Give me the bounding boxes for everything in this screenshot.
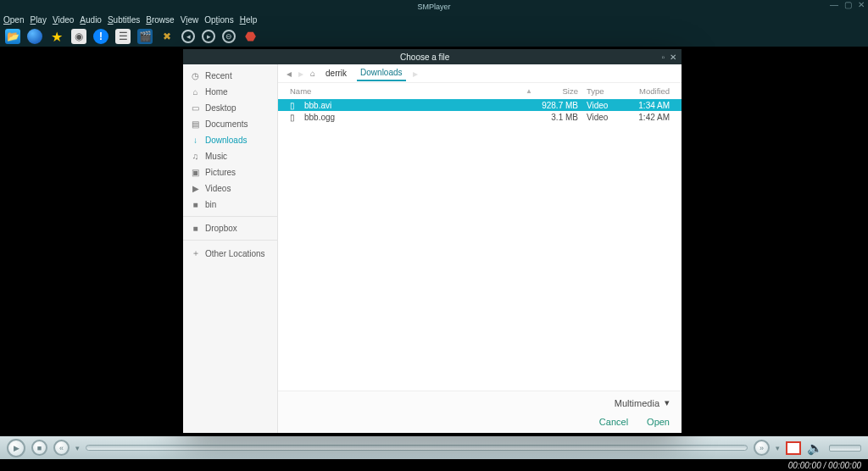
preferences-icon[interactable]: ✖ xyxy=(159,29,175,44)
menu-help[interactable]: Help xyxy=(240,15,258,25)
menu-options[interactable]: Options xyxy=(204,15,233,25)
other locations-icon: ＋ xyxy=(191,247,200,259)
crumb-current[interactable]: Downloads xyxy=(357,65,405,81)
file-list: Name Size Type Modified ▯bbb.avi928.7 MB… xyxy=(278,83,682,391)
toolbar: 📂 ★ ◉ ! ☰ 🎬 ✖ ◂ ▸ ⊖ ⬣ xyxy=(0,26,868,47)
close-icon[interactable]: ✕ xyxy=(858,0,865,9)
menu-bar: Open Play Video Audio Subtitles Browse V… xyxy=(0,14,868,26)
favorites-icon[interactable]: ★ xyxy=(49,29,64,44)
pictures-icon: ▣ xyxy=(191,168,200,177)
desktop-icon: ▭ xyxy=(191,103,200,113)
status-bar: 00:00:00 / 00:00:00 xyxy=(0,459,868,471)
menu-browse[interactable]: Browse xyxy=(146,15,174,25)
menu-open[interactable]: Open xyxy=(3,15,24,25)
sidebar-item-downloads[interactable]: ↓Downloads xyxy=(183,132,277,148)
file-row[interactable]: ▯bbb.avi928.7 MBVideo1:34 AM xyxy=(278,99,682,111)
col-modified[interactable]: Modified xyxy=(626,86,670,96)
videos-icon: ▶ xyxy=(191,184,200,193)
seek-bar[interactable] xyxy=(86,445,748,451)
open-url-icon[interactable] xyxy=(27,29,42,44)
next-track-icon[interactable]: ▸ xyxy=(202,30,215,43)
ab-repeat-icon[interactable]: ⊖ xyxy=(222,30,236,43)
cancel-button[interactable]: Cancel xyxy=(599,417,628,427)
dialog-close-icon[interactable]: ✕ xyxy=(670,53,676,62)
open-file-icon[interactable]: 📂 xyxy=(5,29,20,44)
home-icon: ⌂ xyxy=(191,87,200,97)
volume-bar[interactable] xyxy=(829,445,861,452)
breadcrumb: ◂ ▸ ⌂ derrik Downloads ▸ xyxy=(278,64,682,83)
music-icon: ♫ xyxy=(191,152,200,161)
nav-back-icon[interactable]: ◂ xyxy=(287,68,292,80)
sidebar-item-bin[interactable]: ■bin xyxy=(183,197,277,213)
menu-play[interactable]: Play xyxy=(30,15,46,25)
file-dialog: Choose a file ▫ ✕ ◷Recent⌂Home▭Desktop▤D… xyxy=(183,49,682,433)
window-title: SMPlayer xyxy=(417,3,450,11)
sidebar-item-music[interactable]: ♫Music xyxy=(183,148,277,164)
sidebar-item-other-locations[interactable]: ＋Other Locations xyxy=(183,244,277,263)
file-icon: ▯ xyxy=(290,101,301,110)
col-size[interactable]: Size xyxy=(532,86,578,96)
file-type-filter[interactable]: Multimedia▾ xyxy=(615,397,670,408)
file-row[interactable]: ▯bbb.ogg3.1 MBVideo1:42 AM xyxy=(278,111,682,123)
crumb-more-icon[interactable]: ▸ xyxy=(413,68,418,80)
recent-icon: ◷ xyxy=(191,71,200,80)
minimize-icon[interactable]: — xyxy=(830,0,838,9)
compact-icon[interactable]: ☰ xyxy=(115,29,131,44)
time-display: 00:00:00 / 00:00:00 xyxy=(788,461,861,470)
menu-video[interactable]: Video xyxy=(53,15,74,25)
player-controls: ▶ ■ « ▾ » ▾ 🔈 xyxy=(0,436,868,459)
documents-icon: ▤ xyxy=(191,119,200,129)
mute-button[interactable]: 🔈 xyxy=(807,441,823,456)
sidebar-item-home[interactable]: ⌂Home xyxy=(183,84,277,100)
dialog-sidebar: ◷Recent⌂Home▭Desktop▤Documents↓Downloads… xyxy=(183,64,278,433)
menu-audio[interactable]: Audio xyxy=(80,15,102,25)
menu-subtitles[interactable]: Subtitles xyxy=(108,15,140,25)
info-icon[interactable]: ! xyxy=(93,29,108,44)
file-icon: ▯ xyxy=(290,113,301,122)
nav-fwd-icon[interactable]: ▸ xyxy=(298,68,303,80)
menu-view[interactable]: View xyxy=(181,15,199,25)
playlist-icon[interactable]: 🎬 xyxy=(137,29,153,44)
dialog-maximize-icon[interactable]: ▫ xyxy=(661,53,665,62)
maximize-icon[interactable]: ▢ xyxy=(844,0,852,9)
video-area: Choose a file ▫ ✕ ◷Recent⌂Home▭Desktop▤D… xyxy=(0,47,868,436)
bin-icon: ■ xyxy=(191,200,200,209)
rewind-more-icon[interactable]: ▾ xyxy=(75,444,80,452)
screenshot-icon[interactable]: ◉ xyxy=(71,29,86,44)
open-button[interactable]: Open xyxy=(647,417,670,427)
youtube-icon[interactable]: ⬣ xyxy=(242,29,258,44)
sidebar-item-documents[interactable]: ▤Documents xyxy=(183,116,277,132)
crumb-user[interactable]: derrik xyxy=(322,66,350,80)
sidebar-item-videos[interactable]: ▶Videos xyxy=(183,180,277,197)
col-name[interactable]: Name xyxy=(290,86,532,96)
prev-track-icon[interactable]: ◂ xyxy=(181,30,195,43)
rewind-button[interactable]: « xyxy=(53,440,70,456)
fullscreen-button[interactable] xyxy=(786,441,801,455)
sidebar-item-desktop[interactable]: ▭Desktop xyxy=(183,100,277,116)
forward-button[interactable]: » xyxy=(754,440,770,456)
stop-button[interactable]: ■ xyxy=(31,440,47,456)
col-type[interactable]: Type xyxy=(578,86,626,96)
dropbox-icon: ■ xyxy=(191,224,200,233)
play-button[interactable]: ▶ xyxy=(7,439,25,457)
home-icon[interactable]: ⌂ xyxy=(310,69,315,78)
sidebar-item-dropbox[interactable]: ■Dropbox xyxy=(183,220,277,236)
dialog-title: Choose a file xyxy=(188,53,661,62)
chevron-down-icon: ▾ xyxy=(665,397,670,408)
forward-more-icon[interactable]: ▾ xyxy=(776,444,780,452)
sidebar-item-pictures[interactable]: ▣Pictures xyxy=(183,164,277,180)
downloads-icon: ↓ xyxy=(191,136,200,145)
sidebar-item-recent[interactable]: ◷Recent xyxy=(183,68,277,84)
